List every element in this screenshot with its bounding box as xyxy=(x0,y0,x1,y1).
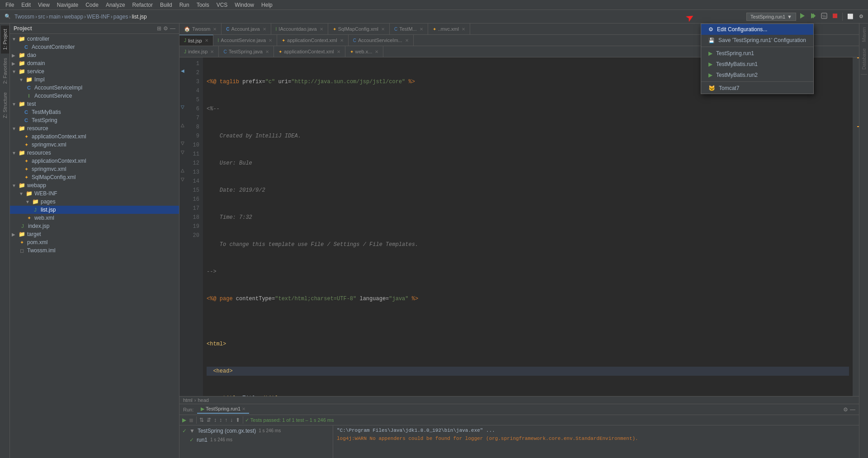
panel-collapse-btn[interactable]: ⊞ xyxy=(157,25,161,32)
left-tab-project[interactable]: 1: Project xyxy=(1,25,9,53)
close-icon[interactable]: ✕ xyxy=(265,49,269,54)
panel-settings-btn[interactable]: ⚙ xyxy=(163,25,168,32)
menu-navigate[interactable]: Navigate xyxy=(53,1,82,9)
tree-pages[interactable]: ▼ 📁 pages xyxy=(10,198,179,206)
debug-button[interactable] xyxy=(809,11,818,22)
code-editor[interactable]: <%@ taglib prefix="c" uri="http://java.s… xyxy=(203,57,853,396)
menu-edit[interactable]: Edit xyxy=(18,1,34,9)
run-prev-btn[interactable]: ↑ xyxy=(224,416,228,424)
tab-iaccountdao[interactable]: I IAccountdao.java ✕ xyxy=(271,24,328,34)
run-export-btn[interactable]: ⬆ xyxy=(235,416,241,424)
stop-button[interactable] xyxy=(830,11,840,22)
tree-dao[interactable]: ▶ 📁 dao xyxy=(10,51,179,59)
menu-tools[interactable]: Tools xyxy=(193,1,213,9)
close-icon[interactable]: ✕ xyxy=(263,27,266,32)
tab-account-java[interactable]: C Account.java ✕ xyxy=(222,24,271,34)
close-icon[interactable]: ✕ xyxy=(420,27,423,32)
bc-webapp[interactable]: webapp xyxy=(64,14,83,20)
bc-main[interactable]: main xyxy=(49,14,61,20)
close-icon[interactable]: ✕ xyxy=(375,49,378,54)
tree-twossm-iml[interactable]: ◻ Twossm.iml xyxy=(10,246,179,255)
left-tab-favorites[interactable]: 2: Favorites xyxy=(1,54,9,87)
tab-mvc[interactable]: ✦ ..mvc.xml ✕ xyxy=(428,24,470,34)
tree-sqlmapconfig-xml[interactable]: ✦ SqlMapConfig.xml xyxy=(10,173,179,181)
close-icon[interactable]: ✕ xyxy=(340,38,344,43)
run-button[interactable] xyxy=(798,11,807,22)
tab-testspring-java[interactable]: C TestSpring.java ✕ xyxy=(219,46,274,57)
right-database-icon[interactable]: Database xyxy=(860,47,868,71)
tab-appcontext2[interactable]: ✦ applicationContext.xml ✕ xyxy=(274,46,345,57)
tree-webinf[interactable]: ▼ 📁 WEB-INF xyxy=(10,189,179,198)
close-icon[interactable]: ✕ xyxy=(213,27,217,32)
bc-twossm[interactable]: Twossm xyxy=(14,14,34,20)
tree-account-controller[interactable]: C AccountController xyxy=(10,43,179,51)
close-icon[interactable]: ✕ xyxy=(381,27,385,32)
tree-list-jsp[interactable]: J list.jsp xyxy=(10,206,179,214)
run-collapse-btn[interactable]: ↕ xyxy=(218,416,223,424)
tree-accountservice[interactable]: I AccountService xyxy=(10,92,179,100)
tree-index-jsp[interactable]: J index.jsp xyxy=(10,222,179,230)
menu-view[interactable]: View xyxy=(34,1,53,9)
tree-pom-xml[interactable]: ✦ pom.xml xyxy=(10,238,179,246)
tab-sqlmapconfig[interactable]: ✦ SqlMapConfig.xml ✕ xyxy=(328,24,390,34)
run-tab-testspring[interactable]: ▶ TestSpring.run1 ✕ xyxy=(197,405,249,414)
tree-springmvc-xml[interactable]: ✦ springmvc.xml xyxy=(10,141,179,149)
close-icon[interactable]: ✕ xyxy=(269,38,272,43)
close-icon[interactable]: ✕ xyxy=(462,27,465,32)
run-rerun-btn[interactable]: ▶ xyxy=(181,416,187,424)
close-icon[interactable]: ✕ xyxy=(242,406,245,411)
dropdown-save-config[interactable]: 💾 Save 'TestSpring.run1' Configuration xyxy=(701,35,813,46)
tab-accountserviceim[interactable]: C AccountServiceIm... ✕ xyxy=(349,35,414,46)
run-sort-btn2[interactable]: ⇵ xyxy=(206,416,212,424)
run-next-btn[interactable]: ↓ xyxy=(229,416,234,424)
dropdown-tomcat7[interactable]: 🐱 Tomcat7 xyxy=(701,83,813,94)
menu-refactor[interactable]: Refactor xyxy=(129,1,156,9)
bc-head[interactable]: head xyxy=(198,397,208,403)
dropdown-testmybatis-run2[interactable]: ▶ TestMyBatis.run2 xyxy=(701,70,813,80)
bc-webinf[interactable]: WEB-INF xyxy=(87,14,110,20)
bc-html[interactable]: html xyxy=(183,397,193,403)
dropdown-testmybatis-run1[interactable]: ▶ TestMyBatis.run1 xyxy=(701,59,813,70)
menu-help[interactable]: Help xyxy=(258,1,276,9)
close-icon[interactable]: ✕ xyxy=(405,38,409,43)
bc-src[interactable]: src xyxy=(38,14,45,20)
panel-close-btn[interactable]: — xyxy=(170,25,175,32)
right-maven-icon[interactable]: Maven xyxy=(860,25,868,44)
tab-webx[interactable]: ✦ web.x... ✕ xyxy=(345,46,384,57)
run-settings-btn[interactable]: ⚙ xyxy=(843,406,848,413)
close-icon[interactable]: ✕ xyxy=(320,27,323,32)
left-tab-structure[interactable]: Z: Structure xyxy=(1,89,9,122)
tree-target[interactable]: ▶ 📁 target xyxy=(10,230,179,238)
tree-appcontext-xml[interactable]: ✦ applicationContext.xml xyxy=(10,132,179,141)
bc-pages[interactable]: pages xyxy=(113,14,128,20)
menu-run[interactable]: Run xyxy=(176,1,193,9)
run-testspring-row[interactable]: ✓ ▼ TestSpring (com.gx.test) 1 s 246 ms xyxy=(179,426,333,435)
close-icon[interactable]: ✕ xyxy=(337,49,340,54)
maximize-btn[interactable]: ⬜ xyxy=(845,13,855,20)
run-hide-btn[interactable]: — xyxy=(850,406,855,413)
menu-file[interactable]: File xyxy=(2,1,18,9)
tab-index-jsp[interactable]: J index.jsp ✕ xyxy=(179,46,219,57)
tree-domain[interactable]: ▶ 📁 domain xyxy=(10,59,179,67)
tree-testspring[interactable]: C TestSpring xyxy=(10,116,179,124)
search-everywhere-btn[interactable]: 🔍 xyxy=(3,13,13,20)
tab-list-jsp[interactable]: J list.jsp ✕ xyxy=(179,35,213,46)
tree-web-xml[interactable]: ✦ web.xml xyxy=(10,214,179,222)
tree-impl-folder[interactable]: ▼ 📁 Impl xyxy=(10,76,179,84)
menu-window[interactable]: Window xyxy=(231,1,258,9)
tab-testm[interactable]: C TestM... ✕ xyxy=(390,24,428,34)
tree-appcontext-xml2[interactable]: ✦ applicationContext.xml xyxy=(10,157,179,165)
menu-code[interactable]: Code xyxy=(82,1,102,9)
tree-webapp[interactable]: ▼ 📁 webapp xyxy=(10,181,179,189)
settings-btn[interactable]: ⚙ xyxy=(857,13,865,20)
run-run1-row[interactable]: ✓ run1 1 s 246 ms xyxy=(179,435,333,444)
tree-springmvc-xml2[interactable]: ✦ springmvc.xml xyxy=(10,165,179,173)
coverage-button[interactable]: % xyxy=(820,11,829,22)
tab-twossm[interactable]: 🏠 Twossm ✕ xyxy=(179,24,222,34)
menu-vcs[interactable]: VCS xyxy=(213,1,231,9)
tab-appcontext[interactable]: ✦ applicationContext.xml ✕ xyxy=(277,35,349,46)
run-stop-btn[interactable]: ◼ xyxy=(188,416,194,424)
tree-resource[interactable]: ▼ 📁 resource xyxy=(10,124,179,132)
dropdown-edit-configs[interactable]: ⚙ Edit Configurations... xyxy=(701,24,813,35)
tree-test[interactable]: ▼ 📁 test xyxy=(10,100,179,108)
